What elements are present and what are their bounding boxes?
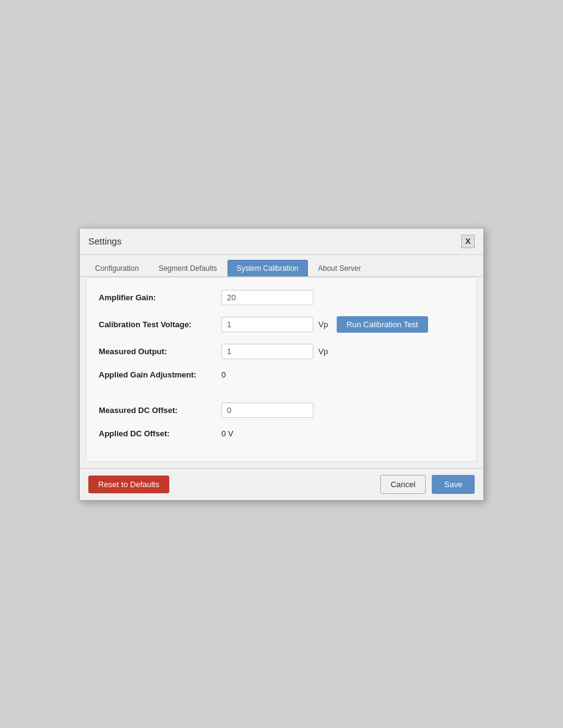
applied-dc-offset-value: 0 V [221,429,234,438]
save-button[interactable]: Save [432,475,475,494]
measured-dc-offset-input[interactable] [221,403,313,418]
tab-system-calibration[interactable]: System Calibration [228,260,308,276]
calibration-test-voltage-input[interactable] [221,317,313,332]
dialog-body: Amplifier Gain: Calibration Test Voltage… [86,277,477,462]
measured-output-input[interactable] [221,344,313,359]
tab-about-server[interactable]: About Server [309,260,370,276]
calibration-test-voltage-label: Calibration Test Voltage: [99,320,221,329]
calibration-test-voltage-unit: Vp [318,320,328,329]
applied-gain-adjustment-label: Applied Gain Adjustment: [99,370,221,379]
dialog-header: Settings X [80,229,483,255]
amplifier-gain-input[interactable] [221,290,313,305]
amplifier-gain-row: Amplifier Gain: [99,290,464,305]
applied-gain-adjustment-row: Applied Gain Adjustment: 0 [99,370,464,379]
reset-to-defaults-button[interactable]: Reset to Defaults [88,476,169,493]
spacer [99,390,464,403]
applied-dc-offset-label: Applied DC Offset: [99,429,221,438]
close-button[interactable]: X [461,235,475,248]
applied-dc-offset-row: Applied DC Offset: 0 V [99,429,464,438]
tabs-bar: Configuration Segment Defaults System Ca… [80,255,483,277]
cancel-button[interactable]: Cancel [380,475,426,494]
settings-dialog: Settings X Configuration Segment Default… [79,228,484,501]
calibration-test-voltage-row: Calibration Test Voltage: Vp Run Calibra… [99,316,464,333]
measured-dc-offset-row: Measured DC Offset: [99,403,464,418]
dialog-title: Settings [88,236,121,246]
applied-gain-adjustment-value: 0 [221,370,226,379]
dialog-footer: Reset to Defaults Cancel Save [80,468,483,500]
tab-segment-defaults[interactable]: Segment Defaults [149,260,226,276]
measured-dc-offset-label: Measured DC Offset: [99,406,221,415]
measured-output-row: Measured Output: Vp [99,344,464,359]
tab-configuration[interactable]: Configuration [86,260,148,276]
amplifier-gain-label: Amplifier Gain: [99,293,221,302]
measured-output-unit: Vp [318,347,328,356]
run-calibration-test-button[interactable]: Run Calibration Test [337,316,428,333]
measured-output-label: Measured Output: [99,347,221,356]
dialog-overlay: Settings X Configuration Segment Default… [0,0,563,728]
footer-right-buttons: Cancel Save [380,475,475,494]
